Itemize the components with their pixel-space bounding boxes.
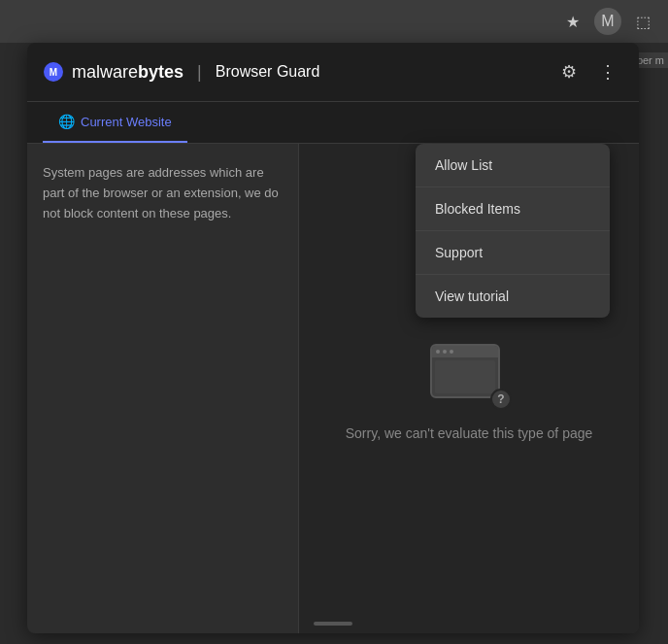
- dropdown-item-blocked-items[interactable]: Blocked Items: [416, 187, 610, 231]
- browser-dot-2: [443, 350, 447, 354]
- browser-titlebar: [432, 346, 498, 357]
- dropdown-item-allow-list[interactable]: Allow List: [416, 144, 610, 187]
- tab-current-website[interactable]: 🌐 Current Website: [43, 102, 187, 143]
- chrome-toolbar: ★ M ⬚: [0, 0, 668, 43]
- scroll-indicator: [314, 622, 352, 626]
- logo-malware: malware: [72, 62, 138, 82]
- popup-content: System pages are addresses which are par…: [27, 144, 639, 633]
- dots-icon: ⋮: [599, 61, 617, 83]
- bookmark-icon[interactable]: ★: [559, 8, 586, 35]
- malwarebytes-logo-icon: M: [43, 61, 64, 83]
- dropdown-item-view-tutorial[interactable]: View tutorial: [416, 275, 610, 318]
- svg-text:M: M: [50, 67, 57, 78]
- globe-icon: 🌐: [58, 114, 75, 129]
- extension-popup: M malwarebytes | Browser Guard ⚙ ⋮ 🌐 Cur…: [27, 43, 639, 633]
- tabs-bar: 🌐 Current Website: [27, 102, 639, 144]
- header-icons: ⚙ ⋮: [553, 56, 623, 87]
- sorry-message: Sorry, we can't evaluate this type of pa…: [346, 425, 593, 441]
- settings-button[interactable]: ⚙: [553, 56, 584, 87]
- page-type-icon: ?: [430, 344, 508, 406]
- browser-dot-1: [436, 350, 440, 354]
- sidebar: System pages are addresses which are par…: [27, 144, 299, 633]
- browser-illustration: [430, 344, 500, 398]
- sidebar-description: System pages are addresses which are par…: [43, 163, 283, 223]
- browser-content-area: [435, 360, 495, 393]
- app-name: Browser Guard: [216, 63, 320, 81]
- browser-dot-3: [450, 350, 453, 354]
- extensions-icon[interactable]: ⬚: [629, 8, 656, 35]
- logo-text: malwarebytes: [72, 62, 184, 83]
- malwarebytes-extension-icon[interactable]: M: [594, 8, 621, 35]
- more-options-button[interactable]: ⋮: [592, 56, 623, 87]
- logo-divider: |: [197, 62, 202, 83]
- question-badge: ?: [490, 389, 512, 410]
- dropdown-item-support[interactable]: Support: [416, 231, 610, 275]
- dropdown-menu: Allow List Blocked Items Support View tu…: [416, 144, 610, 318]
- gear-icon: ⚙: [561, 61, 577, 83]
- tab-label: Current Website: [81, 115, 172, 129]
- logo-bytes: bytes: [138, 62, 184, 82]
- logo-area: M malwarebytes | Browser Guard: [43, 61, 319, 83]
- popup-header: M malwarebytes | Browser Guard ⚙ ⋮: [27, 43, 639, 102]
